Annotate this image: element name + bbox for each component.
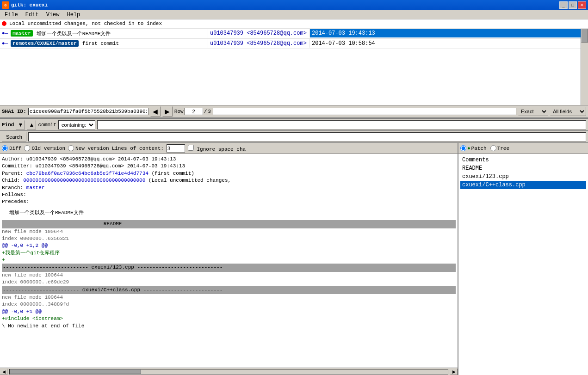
- file-panel-tabs: ● Patch Tree: [458, 143, 588, 154]
- new-version-radio[interactable]: [68, 145, 74, 151]
- find-text-input[interactable]: [97, 120, 586, 129]
- nav-fwd-button[interactable]: ▶: [162, 106, 173, 117]
- branch-connector-1: ●—: [2, 31, 8, 36]
- menu-view[interactable]: View: [43, 11, 63, 19]
- diff-line: ---------------------------- cxuexi/123.…: [2, 264, 456, 271]
- sha1-label: SHA1 ID:: [2, 109, 26, 114]
- diff-line: index 0000000..e69de29: [2, 279, 456, 286]
- tree-radio[interactable]: [490, 145, 496, 151]
- fields-dropdown[interactable]: All fields Headline Comments: [550, 107, 586, 116]
- find-up-button[interactable]: ▲: [27, 120, 36, 129]
- menu-help[interactable]: Help: [63, 11, 84, 19]
- patch-radio[interactable]: [460, 145, 466, 151]
- sha1-search-input[interactable]: [213, 108, 516, 115]
- row-slash: /: [204, 109, 207, 114]
- exact-dropdown[interactable]: Exact IgnCase Regexp: [518, 107, 548, 116]
- find-type-dropdown[interactable]: containing: touching paths:: [58, 120, 95, 129]
- diff-options: Diff Old version New version Lines of co…: [0, 143, 458, 154]
- diff-hscrollbar[interactable]: ◀ ▶: [0, 368, 458, 375]
- diff-radio[interactable]: [2, 145, 8, 151]
- precedes-line: Precedes:: [2, 198, 456, 205]
- branch-tag-master: master: [11, 30, 33, 37]
- row-current[interactable]: [185, 108, 203, 115]
- diff-line: @@ -0,0 +1,2 @@: [2, 242, 456, 249]
- close-button[interactable]: ✕: [578, 1, 586, 9]
- ignore-checkbox[interactable]: [188, 145, 194, 151]
- branch-value-link[interactable]: master: [26, 185, 45, 191]
- diff-line: +我是第一个git仓库程序: [2, 250, 456, 257]
- file-item[interactable]: README: [460, 164, 586, 172]
- diff-lines-container: -------------------------------- README …: [2, 220, 456, 330]
- menu-bar: File Edit View Help: [0, 10, 588, 19]
- file-tree: CommentsREADMEcxuexi/123.cppcxuexi/C++cl…: [458, 154, 588, 375]
- title-text: gitk: cxuexi: [11, 2, 559, 8]
- tree-label: Tree: [497, 146, 509, 151]
- old-version-label: Old version: [31, 146, 65, 151]
- commit-message-1: 增加一个类以及一个README文件: [37, 30, 111, 37]
- nav-back-button[interactable]: ◀: [150, 106, 161, 117]
- search-button[interactable]: Search: [2, 132, 26, 142]
- new-version-radio-group[interactable]: New version: [68, 145, 109, 151]
- scroll-right-btn[interactable]: ▶: [450, 369, 458, 375]
- patch-dot: ●: [467, 146, 470, 151]
- maximize-button[interactable]: □: [569, 1, 577, 9]
- diff-line: \ No newline at end of file: [2, 323, 456, 330]
- context-input[interactable]: [167, 144, 185, 153]
- commit-msg-line: 增加一个类以及一个README文件: [9, 209, 448, 216]
- uncommitted-row[interactable]: Local uncommitted changes, not checked i…: [0, 19, 588, 29]
- branch-line: Branch: master: [2, 184, 456, 191]
- file-item[interactable]: cxuexi/C++class.cpp: [460, 181, 586, 189]
- search-input[interactable]: [28, 132, 586, 141]
- old-version-radio-group[interactable]: Old version: [24, 145, 65, 151]
- commit-row-1[interactable]: ●— master 增加一个类以及一个README文件 u010347939 <…: [0, 29, 581, 39]
- minimize-button[interactable]: _: [559, 1, 568, 9]
- commit-row-2[interactable]: ●— remotes/CXUEXI/master first commit u0…: [0, 39, 581, 49]
- diff-line: -------------------------------- README …: [2, 220, 456, 228]
- app-icon: ⚙: [2, 1, 9, 9]
- context-label: Lines of context:: [112, 146, 164, 151]
- tree-radio-group[interactable]: Tree: [490, 145, 509, 151]
- find-commit-label: commit: [38, 122, 56, 128]
- menu-edit[interactable]: Edit: [22, 11, 43, 19]
- diff-line: +#include <iostream>: [2, 315, 456, 322]
- commit-rows-container: ●— master 增加一个类以及一个README文件 u010347939 <…: [0, 29, 581, 105]
- diff-line: @@ -0,0 +1 @@: [2, 308, 456, 315]
- ignore-label: Ignore space cha: [197, 147, 246, 152]
- diff-line: index 0000000..34889fd: [2, 301, 456, 308]
- commit-graph-cell-2: ●— remotes/CXUEXI/master first commit: [0, 39, 208, 48]
- parent-line: Parent: cbc78ba6f0ac7836c64bc6ab5e3f741e…: [2, 170, 456, 177]
- sha1-input[interactable]: [28, 108, 149, 115]
- patch-radio-group[interactable]: ● Patch: [460, 145, 487, 151]
- row-info: Row / 3: [174, 108, 211, 115]
- file-items-container: CommentsREADMEcxuexi/123.cppcxuexi/C++cl…: [460, 156, 586, 189]
- commit-date-2: 2014-07-03 10:58:54: [310, 39, 581, 48]
- diff-line: +: [2, 257, 456, 264]
- find-down-button[interactable]: ▼: [16, 120, 25, 129]
- hscrollbar-track[interactable]: [9, 369, 448, 375]
- committer-line: Committer: u010347939 <854965728@qq.com>…: [2, 163, 456, 170]
- commit-date-1: 2014-07-03 19:43:13: [310, 29, 581, 37]
- diff-line: index 0000000..6356321: [2, 235, 456, 242]
- menu-file[interactable]: File: [1, 11, 22, 19]
- commit-author-2: u010347939 <854965728@qq.com>: [208, 39, 310, 48]
- diff-radio-group[interactable]: Diff: [2, 145, 21, 151]
- ignore-checkbox-group[interactable]: Ignore space cha: [188, 145, 246, 152]
- file-item[interactable]: Comments: [460, 156, 586, 164]
- commit-vscrollbar[interactable]: [581, 29, 588, 105]
- parent-hash-link[interactable]: cbc78ba6f0ac7836c64bc6ab5e3f741e4d4d7734: [26, 171, 149, 176]
- main-container: Local uncommitted changes, not checked i…: [0, 19, 588, 375]
- commit-graph-cell-1: ●— master 增加一个类以及一个README文件: [0, 29, 208, 38]
- commit-area: Local uncommitted changes, not checked i…: [0, 19, 588, 119]
- diff-panel: Diff Old version New version Lines of co…: [0, 143, 458, 375]
- patch-label: Patch: [471, 146, 487, 151]
- file-item[interactable]: cxuexi/123.cpp: [460, 172, 586, 181]
- old-version-radio[interactable]: [24, 145, 30, 151]
- row-label: Row: [174, 109, 184, 114]
- scroll-left-btn[interactable]: ◀: [0, 369, 7, 375]
- child-hash-link[interactable]: 0000000000000000000000000000000000000000: [23, 178, 145, 183]
- branch-tag-remote: remotes/CXUEXI/master: [11, 40, 79, 47]
- commit-message-2: first commit: [82, 41, 119, 46]
- diff-content[interactable]: Author: u010347939 <854965728@qq.com> 20…: [0, 154, 458, 368]
- diff-line: new file mode 100644: [2, 294, 456, 301]
- window-controls: _ □ ✕: [559, 1, 586, 9]
